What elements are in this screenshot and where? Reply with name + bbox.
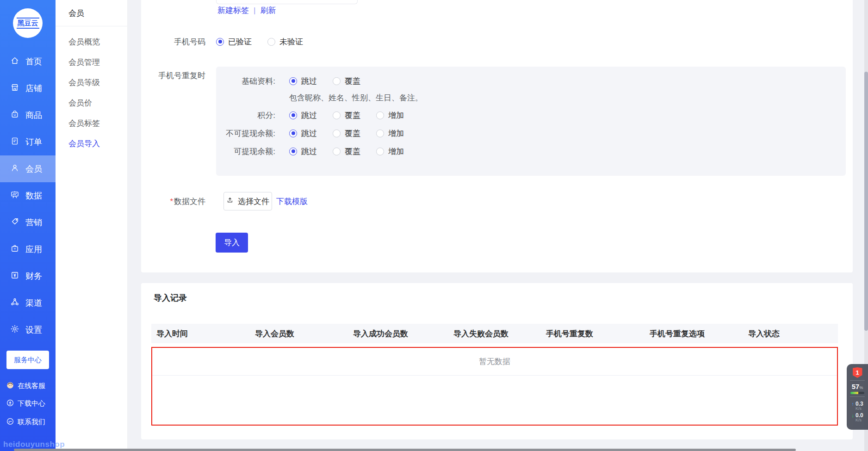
radio-unchecked-icon[interactable] <box>333 111 341 119</box>
sidebar-item-settings[interactable]: 设置 <box>0 316 56 343</box>
security-shield-badge-icon[interactable]: 1 <box>853 367 862 378</box>
choose-file-button[interactable]: 选择文件 <box>223 192 272 210</box>
radio-checked-icon[interactable] <box>289 111 297 119</box>
radio-checked-icon[interactable] <box>289 77 297 85</box>
system-monitor-widget[interactable]: 1 57% ↑ 0.3K/s ↓ 0.0K/s <box>847 364 868 430</box>
sidebar-item-data[interactable]: 数据 <box>0 182 56 209</box>
import-button[interactable]: 导入 <box>216 233 248 253</box>
non-withdrawable-balance-row: 不可提现余额: 跳过 覆盖 增加 <box>216 126 420 140</box>
refresh-link[interactable]: 刷新 <box>260 5 276 16</box>
horizontal-scrollbar-thumb[interactable] <box>14 449 796 451</box>
radio-checked-icon[interactable] <box>216 38 224 46</box>
radio-option-skip[interactable]: 跳过 <box>289 128 333 139</box>
submenu-item-member-tags[interactable]: 会员标签 <box>56 113 127 134</box>
choose-file-label: 选择文件 <box>238 196 269 207</box>
radio-option-overwrite[interactable]: 覆盖 <box>333 76 376 86</box>
radio-unchecked-icon[interactable] <box>376 130 384 137</box>
radio-option-overwrite[interactable]: 覆盖 <box>333 110 376 121</box>
radio-option-label: 覆盖 <box>345 128 360 139</box>
sidebar-item-store[interactable]: 店铺 <box>0 75 56 102</box>
submenu-item-member-level[interactable]: 会员等级 <box>56 73 127 93</box>
radio-checked-icon[interactable] <box>289 148 297 155</box>
radio-unchecked-icon[interactable] <box>376 148 384 155</box>
radio-unchecked-icon[interactable] <box>267 38 275 46</box>
monitor-divider <box>850 380 865 381</box>
brand-logo-text: 黑豆云 <box>17 18 39 29</box>
phone-status-radio-group: 已验证 未验证 <box>216 37 319 47</box>
sidebar-item-channels[interactable]: 渠道 <box>0 290 56 316</box>
radio-option-verified[interactable]: 已验证 <box>216 37 252 47</box>
radio-option-add[interactable]: 增加 <box>376 110 420 121</box>
radio-checked-icon[interactable] <box>289 130 297 137</box>
customer-service-avatar-icon <box>6 381 14 391</box>
radio-unchecked-icon[interactable] <box>376 111 384 119</box>
duplicate-phone-section: 手机号重复时 基础资料: 跳过 覆盖 包含昵称、 <box>141 67 846 176</box>
radio-option-label: 增加 <box>388 146 404 157</box>
radio-option-add[interactable]: 增加 <box>376 146 420 157</box>
download-template-link[interactable]: 下载模版 <box>276 196 308 207</box>
sidebar-item-label: 财务 <box>25 271 42 282</box>
duplicate-phone-label: 手机号重复时 <box>141 67 205 81</box>
contact-us-link[interactable]: 联系我们 <box>6 416 45 428</box>
cpu-usage: 57% <box>852 383 863 390</box>
basic-info-note: 包含昵称、姓名、性别、生日、备注。 <box>289 93 423 103</box>
submenu-item-member-overview[interactable]: 会员概览 <box>56 32 127 52</box>
download-speed: ↓ 0.0K/s <box>851 413 863 422</box>
submenu-item-member-price[interactable]: 会员价 <box>56 93 127 113</box>
download-center-link[interactable]: 下载中心 <box>6 397 45 409</box>
radio-option-overwrite[interactable]: 覆盖 <box>333 128 376 139</box>
secondary-sidebar: 会员 会员概览 会员管理 会员等级 会员价 会员标签 会员导入 <box>56 0 128 451</box>
submenu-item-member-import[interactable]: 会员导入 <box>56 134 127 154</box>
import-form-card: 新建标签 | 刷新 手机号码 已验证 未验证 手机号重复时 <box>141 0 853 272</box>
sidebar-item-orders[interactable]: 订单 <box>0 129 56 155</box>
radio-unchecked-icon[interactable] <box>333 148 341 155</box>
radio-option-skip[interactable]: 跳过 <box>289 76 333 86</box>
order-icon <box>10 136 19 148</box>
radio-unchecked-icon[interactable] <box>333 77 341 85</box>
store-icon <box>10 83 19 94</box>
truncated-tag-select[interactable] <box>216 0 358 4</box>
home-icon <box>10 56 19 68</box>
points-row: 积分: 跳过 覆盖 增加 <box>216 108 420 122</box>
sidebar-item-label: 商品 <box>25 110 42 121</box>
service-center-button[interactable]: 服务中心 <box>6 351 49 369</box>
column-success-count: 导入成功会员数 <box>348 328 448 339</box>
sidebar-item-label: 数据 <box>25 190 42 201</box>
column-import-count: 导入会员数 <box>250 328 348 339</box>
basic-info-radio-group: 跳过 覆盖 <box>289 76 376 86</box>
submenu-list: 会员概览 会员管理 会员等级 会员价 会员标签 会员导入 <box>56 26 127 154</box>
withdrawable-balance-label: 可提现余额: <box>216 146 275 157</box>
column-import-status: 导入状态 <box>743 328 838 339</box>
non-withdrawable-balance-label: 不可提现余额: <box>216 128 275 139</box>
radio-option-label: 未验证 <box>279 37 303 47</box>
upload-speed-unit: K/s <box>856 407 862 411</box>
vertical-scrollbar-thumb[interactable] <box>864 72 868 331</box>
column-duplicate-option: 手机号重复选项 <box>645 328 743 339</box>
sidebar-item-apps[interactable]: 应用 <box>0 236 56 263</box>
radio-option-unverified[interactable]: 未验证 <box>267 37 303 47</box>
online-support-link[interactable]: 在线客服 <box>6 380 45 392</box>
radio-option-overwrite[interactable]: 覆盖 <box>333 146 376 157</box>
down-arrow-icon: ↓ <box>851 413 854 418</box>
radio-option-label: 覆盖 <box>345 76 360 86</box>
radio-option-label: 跳过 <box>301 128 317 139</box>
radio-option-skip[interactable]: 跳过 <box>289 146 333 157</box>
sidebar-item-label: 营销 <box>25 217 42 228</box>
sidebar-item-marketing[interactable]: 营销 <box>0 209 56 236</box>
brand-logo[interactable]: 黑豆云 <box>13 8 43 38</box>
radio-unchecked-icon[interactable] <box>333 130 341 137</box>
new-tag-link[interactable]: 新建标签 <box>217 5 249 16</box>
usage-gradient-bar <box>850 392 864 394</box>
sidebar-item-home[interactable]: 首页 <box>0 48 56 75</box>
download-center-label: 下载中心 <box>18 399 45 408</box>
radio-option-skip[interactable]: 跳过 <box>289 110 333 121</box>
radio-option-add[interactable]: 增加 <box>376 128 420 139</box>
sidebar-item-goods[interactable]: 商品 <box>0 102 56 129</box>
submenu-item-member-management[interactable]: 会员管理 <box>56 52 127 73</box>
tag-links-row: 新建标签 | 刷新 <box>217 5 276 16</box>
sidebar-item-finance[interactable]: 财务 <box>0 263 56 290</box>
horizontal-scrollbar[interactable] <box>0 449 868 451</box>
duplicate-options-panel: 基础资料: 跳过 覆盖 包含昵称、姓名、性别、生日、备注。 积 <box>216 67 846 176</box>
sidebar-item-members[interactable]: 会员 <box>0 155 56 182</box>
alert-count: 1 <box>856 369 859 376</box>
